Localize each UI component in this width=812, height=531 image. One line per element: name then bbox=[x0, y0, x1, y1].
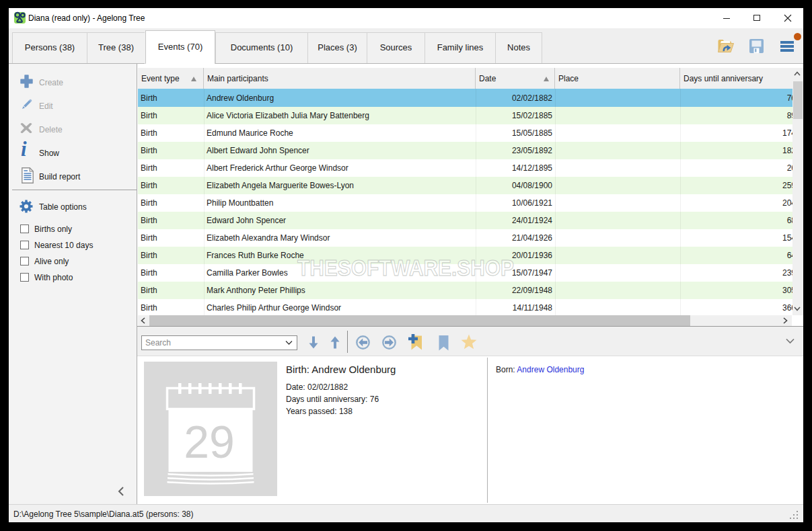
svg-text:29: 29 bbox=[184, 416, 235, 467]
